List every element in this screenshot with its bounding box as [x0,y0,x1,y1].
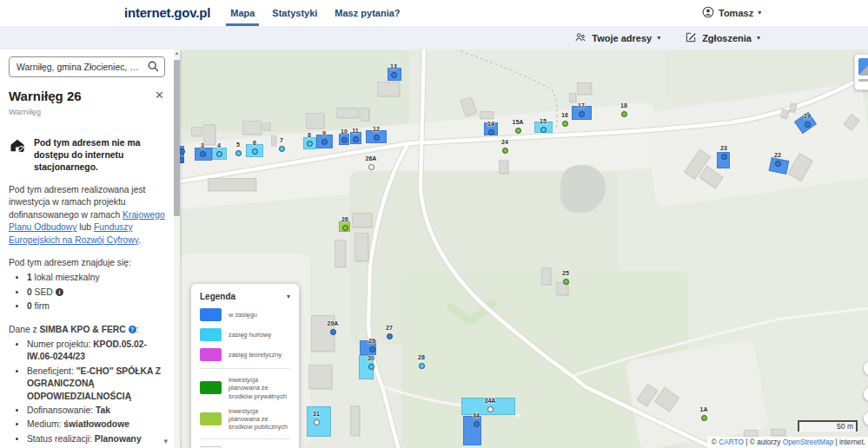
building [354,233,368,261]
close-icon[interactable]: ✕ [152,89,167,101]
address-marker-1A[interactable] [701,415,707,421]
user-menu[interactable]: Tomasz ▾ [702,0,761,26]
legend-item: zasięg teoretyczny [200,348,290,361]
legend-item: zasięg hurtowy [200,328,290,341]
coverage-building-34[interactable] [463,416,481,445]
address-marker-12[interactable] [374,135,380,141]
carto-link[interactable]: CARTO [719,438,744,446]
app: internet.gov.pl Mapa Statystyki Masz pyt… [0,0,868,448]
address-marker-19[interactable] [805,122,811,128]
address-subtitle: Warniłęg [9,106,167,117]
building [242,121,262,135]
address-marker-34[interactable] [474,421,480,427]
address-marker-8[interactable] [307,141,313,147]
search-icon[interactable] [148,61,159,76]
search-input[interactable] [9,56,165,77]
investment-paragraph: Pod tym adresem realizowana jest inwesty… [9,184,167,247]
address-marker-29A[interactable] [330,329,336,335]
tab-mapa[interactable]: Mapa [226,0,259,26]
address-marker-34A[interactable] [487,406,494,412]
legend-swatch [200,328,222,341]
address-marker-5[interactable] [235,150,242,156]
panel-collapse-caret[interactable]: ▾ [163,437,168,445]
address-marker-4[interactable] [216,151,222,157]
sidebar-scrollbar[interactable]: ▲ [174,49,180,448]
legend-collapse-caret[interactable]: ▾ [287,293,290,300]
address-contents-heading: Pod tym adresem znajduje się: [9,257,167,269]
basemap-switcher[interactable] [854,54,868,90]
your-addresses-dropdown[interactable]: Twoje adresy ▾ [574,31,660,45]
addresses-icon [574,31,586,45]
address-marker-24[interactable] [502,148,508,154]
map-canvas[interactable]: 13345678910111226A1415A15161718241923222… [180,49,868,448]
address-marker-6[interactable] [252,148,258,155]
building [577,82,592,95]
scrollbar-thumb[interactable] [174,60,180,216]
address-marker-28[interactable] [419,363,425,369]
tab-masz-pytania[interactable]: Masz pytania? [330,0,404,26]
scale-label: 50 m [837,422,853,431]
no-internet-house-icon [9,137,26,157]
legend-swatch [200,381,222,394]
reports-icon [685,31,697,45]
address-marker-3[interactable] [200,151,206,157]
address-marker-27[interactable] [387,333,393,339]
address-marker-14[interactable] [488,129,494,135]
address-marker-15A[interactable] [515,128,521,134]
divider [200,438,290,439]
user-icon [702,6,714,20]
address-marker-15[interactable] [540,127,547,133]
building [308,365,332,389]
list-item: Beneficjent: "E-CHO" SPÓŁKA Z OGRANICZON… [27,366,167,403]
reports-label: Zgłoszenia [702,33,752,43]
osm-link[interactable]: OpenStreetMap [783,438,834,446]
list-item: Status realizacji: Planowany [27,433,167,445]
your-addresses-label: Twoje adresy [592,33,652,43]
building [480,111,494,119]
legend-swatch [200,348,222,361]
address-panel: Warniłęg 26 ✕ Warniłęg Pod tym adresem n… [0,49,180,448]
legend-item: inwestycja planowana ze środków prywatny… [200,376,290,400]
legend-label: w zasięgu [229,311,257,319]
user-name: Tomasz [719,8,753,18]
building [335,240,346,267]
address-marker-29[interactable] [369,346,375,352]
address-marker-26[interactable] [342,225,348,231]
legend-item: w zasięgu [200,308,290,321]
legend-swatch [200,412,222,425]
chevron-down-icon: ▾ [758,10,761,16]
divider [200,368,290,369]
basemap-caption [858,79,868,82]
address-marker-10[interactable] [341,137,348,143]
legend-label: inwestycja planowana ze środków prywatny… [229,376,290,400]
address-marker-22[interactable] [775,161,781,167]
address-marker-23[interactable] [721,154,727,160]
address-marker[interactable] [180,157,184,163]
building [377,82,400,96]
info-icon[interactable]: i [56,288,63,296]
address-marker-7[interactable] [279,146,285,152]
address-marker[interactable] [180,148,185,155]
scroll-up-icon[interactable]: ▲ [174,50,180,56]
building [569,93,576,102]
map-attribution: © CARTO | © autorzy OpenStreetMap | inte… [707,437,868,448]
site-logo[interactable]: internet.gov.pl [124,0,210,26]
list-item: 1 lokal mieszkalny [27,272,167,284]
address-marker-13[interactable] [391,72,397,78]
address-marker-9[interactable] [321,139,328,145]
help-icon[interactable]: ? [129,326,136,333]
address-marker-18[interactable] [621,111,627,117]
address-marker-25[interactable] [563,279,569,285]
top-header: internet.gov.pl Mapa Statystyki Masz pyt… [0,0,868,26]
address-marker-17[interactable] [579,111,585,117]
address-marker-30[interactable] [368,364,374,370]
investment-or: lub [76,222,93,232]
tab-statystyki[interactable]: Statystyki [268,0,321,26]
address-marker-26A[interactable] [368,164,374,170]
legend-swatch [200,308,222,321]
address-marker-16[interactable] [562,121,568,127]
address-marker-11[interactable] [353,136,359,142]
reports-dropdown[interactable]: Zgłoszenia ▾ [685,31,760,45]
address-marker-31[interactable] [314,419,320,425]
list-item: 0 SEDi [27,287,167,299]
